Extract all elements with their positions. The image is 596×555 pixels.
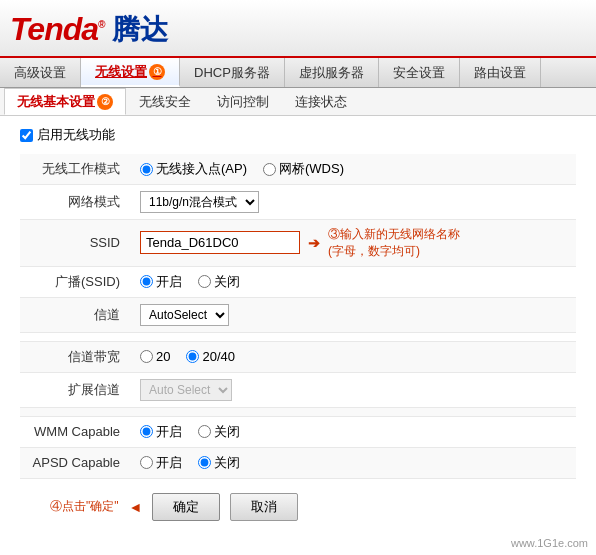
header: Tenda® 腾达 bbox=[0, 0, 596, 58]
radio-wmm-off[interactable] bbox=[198, 425, 211, 438]
work-mode-radio-group: 无线接入点(AP) 网桥(WDS) bbox=[140, 160, 566, 178]
table-row: 网络模式 11b/g/n混合模式 bbox=[20, 185, 576, 220]
table-row-spacer bbox=[20, 332, 576, 341]
form-table: 无线工作模式 无线接入点(AP) 网桥(WDS) 网络模式 bbox=[20, 154, 576, 479]
radio-wmm-on-label[interactable]: 开启 bbox=[140, 423, 182, 441]
table-row: WMM Capable 开启 关闭 bbox=[20, 416, 576, 447]
value-ext-channel: Auto Select bbox=[130, 372, 576, 407]
label-network-mode: 网络模式 bbox=[20, 185, 130, 220]
radio-broadcast-on[interactable] bbox=[140, 275, 153, 288]
subnav-security[interactable]: 无线安全 bbox=[126, 88, 204, 115]
label-ext-channel: 扩展信道 bbox=[20, 372, 130, 407]
logo-chinese: 腾达 bbox=[112, 11, 168, 49]
button-area: ④点击"确定" ◄ 确定 取消 bbox=[20, 493, 576, 521]
sub-nav: 无线基本设置② 无线安全 访问控制 连接状态 bbox=[0, 88, 596, 116]
radio-bandwidth-2040[interactable] bbox=[186, 350, 199, 363]
value-work-mode: 无线接入点(AP) 网桥(WDS) bbox=[130, 154, 576, 185]
label-ssid: SSID bbox=[20, 220, 130, 267]
label-wmm: WMM Capable bbox=[20, 416, 130, 447]
radio-apsd-off-label[interactable]: 关闭 bbox=[198, 454, 240, 472]
value-ssid: ➔ ③输入新的无线网络名称(字母，数字均可) bbox=[130, 220, 576, 267]
value-broadcast: 开启 关闭 bbox=[130, 266, 576, 297]
enable-wireless-row: 启用无线功能 bbox=[20, 126, 576, 144]
value-apsd: 开启 关闭 bbox=[130, 447, 576, 478]
nav-item-router[interactable]: 路由设置 bbox=[460, 58, 541, 87]
table-row: SSID ➔ ③输入新的无线网络名称(字母，数字均可) bbox=[20, 220, 576, 267]
network-mode-select[interactable]: 11b/g/n混合模式 bbox=[140, 191, 259, 213]
subnav-access-control[interactable]: 访问控制 bbox=[204, 88, 282, 115]
table-row: APSD Capable 开启 关闭 bbox=[20, 447, 576, 478]
nav-bar: 高级设置 无线设置① DHCP服务器 虚拟服务器 安全设置 路由设置 bbox=[0, 58, 596, 88]
radio-broadcast-off-label[interactable]: 关闭 bbox=[198, 273, 240, 291]
nav-annotation-1: ① bbox=[149, 64, 165, 80]
label-bandwidth: 信道带宽 bbox=[20, 341, 130, 372]
radio-wds-label[interactable]: 网桥(WDS) bbox=[263, 160, 344, 178]
label-work-mode: 无线工作模式 bbox=[20, 154, 130, 185]
value-wmm: 开启 关闭 bbox=[130, 416, 576, 447]
cancel-button[interactable]: 取消 bbox=[230, 493, 298, 521]
content-area: 启用无线功能 无线工作模式 无线接入点(AP) 网桥(WDS) bbox=[0, 116, 596, 531]
nav-item-advanced[interactable]: 高级设置 bbox=[0, 58, 81, 87]
apsd-radio-group: 开启 关闭 bbox=[140, 454, 566, 472]
subnav-connection-status[interactable]: 连接状态 bbox=[282, 88, 360, 115]
ext-channel-select[interactable]: Auto Select bbox=[140, 379, 232, 401]
ssid-row: ➔ ③输入新的无线网络名称(字母，数字均可) bbox=[140, 226, 566, 260]
radio-ap-label[interactable]: 无线接入点(AP) bbox=[140, 160, 247, 178]
radio-wmm-on[interactable] bbox=[140, 425, 153, 438]
radio-broadcast-on-label[interactable]: 开启 bbox=[140, 273, 182, 291]
radio-broadcast-off[interactable] bbox=[198, 275, 211, 288]
value-channel: AutoSelect bbox=[130, 297, 576, 332]
table-row: 广播(SSID) 开启 关闭 bbox=[20, 266, 576, 297]
subnav-annotation-2: ② bbox=[97, 94, 113, 110]
watermark: www.1G1e.com bbox=[511, 537, 588, 549]
radio-apsd-off[interactable] bbox=[198, 456, 211, 469]
confirm-annotation: ④点击"确定" bbox=[50, 498, 119, 515]
enable-wireless-label[interactable]: 启用无线功能 bbox=[37, 126, 115, 144]
radio-ap[interactable] bbox=[140, 163, 153, 176]
label-broadcast: 广播(SSID) bbox=[20, 266, 130, 297]
broadcast-radio-group: 开启 关闭 bbox=[140, 273, 566, 291]
nav-item-wireless[interactable]: 无线设置① bbox=[81, 58, 180, 87]
nav-item-security[interactable]: 安全设置 bbox=[379, 58, 460, 87]
enable-wireless-checkbox[interactable] bbox=[20, 129, 33, 142]
nav-item-dhcp[interactable]: DHCP服务器 bbox=[180, 58, 285, 87]
table-row: 信道带宽 20 20/40 bbox=[20, 341, 576, 372]
table-row: 信道 AutoSelect bbox=[20, 297, 576, 332]
wmm-radio-group: 开启 关闭 bbox=[140, 423, 566, 441]
table-row-spacer2 bbox=[20, 407, 576, 416]
value-bandwidth: 20 20/40 bbox=[130, 341, 576, 372]
radio-apsd-on[interactable] bbox=[140, 456, 153, 469]
label-channel: 信道 bbox=[20, 297, 130, 332]
logo-tenda: Tenda® bbox=[10, 11, 104, 48]
table-row: 扩展信道 Auto Select bbox=[20, 372, 576, 407]
radio-wmm-off-label[interactable]: 关闭 bbox=[198, 423, 240, 441]
ssid-annotation: ③输入新的无线网络名称(字母，数字均可) bbox=[328, 226, 460, 260]
label-apsd: APSD Capable bbox=[20, 447, 130, 478]
subnav-basic[interactable]: 无线基本设置② bbox=[4, 88, 126, 115]
radio-bandwidth-20-label[interactable]: 20 bbox=[140, 349, 170, 364]
ssid-arrow-icon: ➔ bbox=[308, 235, 320, 251]
ssid-input[interactable] bbox=[140, 231, 300, 254]
radio-apsd-on-label[interactable]: 开启 bbox=[140, 454, 182, 472]
channel-select[interactable]: AutoSelect bbox=[140, 304, 229, 326]
table-row: 无线工作模式 无线接入点(AP) 网桥(WDS) bbox=[20, 154, 576, 185]
bandwidth-radio-group: 20 20/40 bbox=[140, 349, 566, 364]
nav-item-virtual[interactable]: 虚拟服务器 bbox=[285, 58, 379, 87]
radio-wds[interactable] bbox=[263, 163, 276, 176]
confirm-button[interactable]: 确定 bbox=[152, 493, 220, 521]
radio-bandwidth-2040-label[interactable]: 20/40 bbox=[186, 349, 235, 364]
confirm-arrow-icon: ◄ bbox=[129, 499, 143, 515]
value-network-mode: 11b/g/n混合模式 bbox=[130, 185, 576, 220]
radio-bandwidth-20[interactable] bbox=[140, 350, 153, 363]
